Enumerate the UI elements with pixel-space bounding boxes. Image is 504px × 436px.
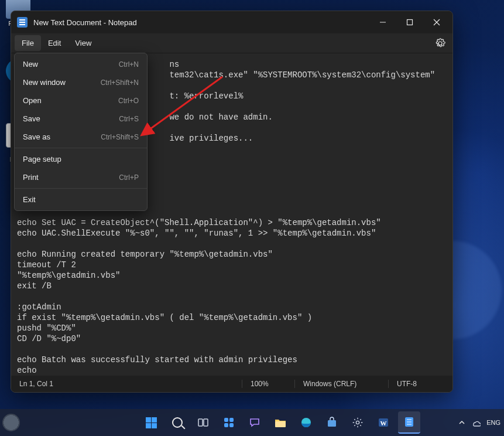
taskbar-task-view[interactable] bbox=[192, 411, 214, 434]
annotation-arrow bbox=[135, 73, 228, 149]
edge-icon bbox=[300, 417, 312, 428]
svg-rect-1 bbox=[407, 20, 413, 25]
store-icon bbox=[326, 417, 338, 428]
menu-item-label: New bbox=[23, 60, 38, 69]
tray-language[interactable]: ENG bbox=[486, 419, 500, 426]
statusbar: Ln 1, Col 1 100% Windows (CRLF) UTF-8 bbox=[11, 376, 452, 392]
menu-item-label: Save bbox=[23, 114, 40, 123]
menu-item-exit[interactable]: Exit bbox=[15, 190, 147, 209]
system-tray[interactable]: ENG bbox=[458, 418, 500, 427]
taskbar-widgets[interactable] bbox=[218, 411, 240, 434]
menu-item-label: New window bbox=[23, 78, 66, 87]
maximize-button[interactable] bbox=[396, 11, 423, 33]
taskbar-notepad[interactable] bbox=[398, 411, 420, 434]
svg-rect-7 bbox=[224, 418, 228, 422]
titlebar[interactable]: New Text Document - Notepad bbox=[11, 11, 452, 33]
word-icon: W bbox=[378, 417, 389, 428]
menu-item-open[interactable]: Open Ctrl+O bbox=[15, 91, 147, 110]
chat-icon bbox=[249, 417, 260, 428]
windows-icon bbox=[146, 417, 157, 428]
menu-edit[interactable]: Edit bbox=[41, 35, 68, 51]
svg-rect-11 bbox=[275, 421, 286, 427]
taskbar-search[interactable] bbox=[166, 411, 188, 434]
svg-point-14 bbox=[356, 421, 359, 424]
svg-rect-5 bbox=[198, 419, 203, 426]
menu-view[interactable]: View bbox=[68, 35, 98, 51]
minimize-button[interactable] bbox=[369, 11, 396, 33]
menu-item-new-window[interactable]: New window Ctrl+Shift+N bbox=[15, 73, 147, 91]
widgets-icon bbox=[223, 417, 235, 428]
taskbar-word[interactable]: W bbox=[372, 411, 395, 434]
svg-line-4 bbox=[143, 77, 222, 134]
folder-icon bbox=[274, 417, 287, 428]
menu-separator bbox=[15, 188, 147, 189]
status-encoding: UTF-8 bbox=[388, 380, 452, 388]
taskbar-account-icon[interactable] bbox=[2, 414, 20, 431]
taskbar-chat[interactable] bbox=[244, 411, 266, 434]
menu-item-label: Open bbox=[23, 96, 42, 105]
taskbar-edge[interactable] bbox=[295, 411, 317, 434]
status-eol: Windows (CRLF) bbox=[294, 380, 388, 388]
svg-rect-9 bbox=[224, 423, 228, 427]
gear-icon bbox=[435, 38, 445, 49]
menubar: File Edit View bbox=[11, 33, 452, 53]
taskbar-explorer[interactable] bbox=[269, 411, 292, 434]
svg-rect-13 bbox=[328, 420, 336, 427]
menu-item-shortcut: Ctrl+N bbox=[119, 60, 139, 69]
svg-rect-8 bbox=[229, 418, 234, 422]
menu-item-save-as[interactable]: Save as Ctrl+Shift+S bbox=[15, 128, 147, 146]
close-button[interactable] bbox=[423, 11, 450, 33]
menu-item-shortcut: Ctrl+Shift+N bbox=[101, 79, 139, 87]
gear-icon bbox=[352, 417, 364, 428]
menu-item-label: Save as bbox=[23, 132, 50, 141]
menu-item-shortcut: Ctrl+P bbox=[119, 173, 139, 182]
svg-text:W: W bbox=[380, 420, 386, 427]
menu-item-label: Page setup bbox=[23, 155, 61, 164]
menu-item-shortcut: Ctrl+Shift+S bbox=[101, 133, 139, 141]
menu-item-label: Print bbox=[23, 173, 39, 182]
settings-button[interactable] bbox=[431, 35, 449, 52]
status-zoom[interactable]: 100% bbox=[242, 380, 294, 388]
onedrive-icon[interactable] bbox=[471, 418, 481, 427]
start-button[interactable] bbox=[140, 411, 163, 434]
svg-rect-10 bbox=[229, 423, 234, 427]
menu-item-print[interactable]: Print Ctrl+P bbox=[15, 168, 147, 186]
search-icon bbox=[172, 417, 183, 428]
taskbar-center: W bbox=[140, 411, 420, 434]
taskbar[interactable]: W ENG bbox=[0, 409, 504, 436]
taskbar-store[interactable] bbox=[321, 411, 343, 434]
chevron-up-icon[interactable] bbox=[458, 419, 465, 426]
task-view-icon bbox=[197, 417, 209, 428]
svg-rect-6 bbox=[204, 419, 208, 426]
file-menu-dropdown: New Ctrl+N New window Ctrl+Shift+N Open … bbox=[14, 53, 148, 211]
menu-separator bbox=[15, 148, 147, 148]
menu-item-label: Exit bbox=[23, 195, 36, 204]
notepad-icon bbox=[17, 17, 28, 28]
window-title: New Text Document - Notepad bbox=[33, 18, 369, 27]
taskbar-settings[interactable] bbox=[347, 411, 369, 434]
menu-file[interactable]: File bbox=[15, 35, 41, 51]
menu-item-new[interactable]: New Ctrl+N bbox=[15, 55, 147, 73]
notepad-icon bbox=[403, 416, 415, 428]
menu-item-page-setup[interactable]: Page setup bbox=[15, 150, 147, 168]
status-position: Ln 1, Col 1 bbox=[11, 380, 242, 388]
menu-item-save[interactable]: Save Ctrl+S bbox=[15, 110, 147, 128]
